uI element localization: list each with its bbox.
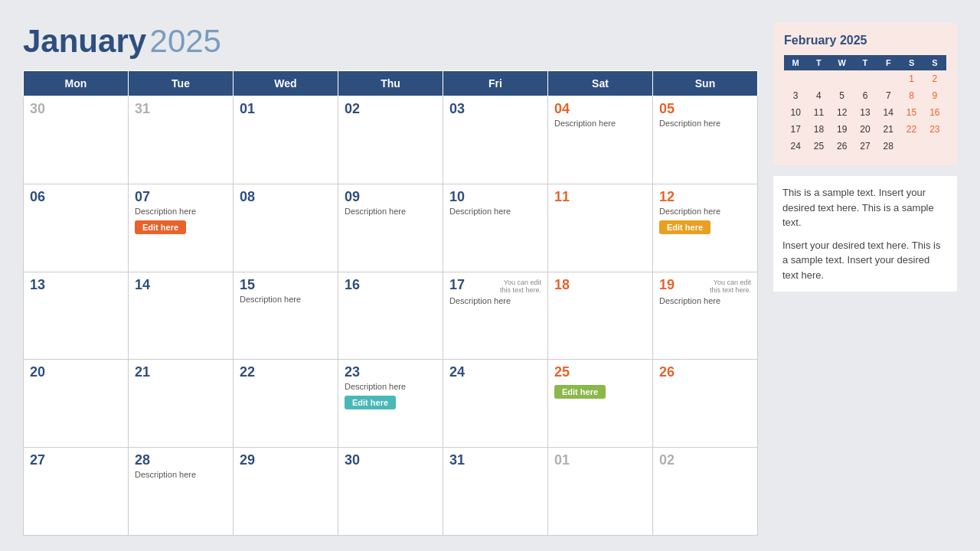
calendar-day-cell: 25Edit here [548, 360, 653, 448]
calendar-day-cell: 17You can edit this text here.Descriptio… [443, 272, 548, 360]
edit-button[interactable]: Edit here [554, 385, 606, 399]
day-description: Description here [554, 119, 646, 128]
calendar-day-cell: 01 [234, 96, 338, 184]
day-number: 15 [240, 277, 255, 293]
calendar-day-cell: 20 [24, 360, 129, 448]
mini-cal-day: 28 [877, 138, 900, 155]
mini-cal-day: 12 [831, 104, 854, 121]
day-number: 18 [554, 277, 570, 293]
calendar-day-cell: 16 [338, 272, 443, 360]
mini-cal-day [854, 70, 877, 87]
edit-button[interactable]: Edit here [135, 220, 186, 234]
day-number: 14 [135, 277, 150, 293]
mini-cal-day: 1 [900, 70, 923, 87]
mini-cal-day: 15 [900, 104, 923, 121]
mini-cal-day: 20 [854, 121, 877, 138]
day-number: 27 [30, 452, 45, 468]
mini-cal-day: 3 [784, 87, 807, 104]
year-label: 2025 [150, 23, 221, 59]
mini-cal-day: 13 [854, 104, 877, 121]
day-number: 16 [345, 277, 360, 293]
day-description: Description here [240, 295, 332, 304]
day-description: Description here [449, 207, 541, 216]
mini-cal-day: 6 [854, 87, 877, 104]
day-description: Description here [135, 207, 227, 216]
mini-cal-day: 23 [923, 121, 946, 138]
day-description: Description here [135, 470, 227, 479]
calendar-header-row: MonTueWedThuFriSatSun [24, 71, 758, 96]
day-number: 25 [554, 364, 570, 380]
calendar-day-cell: 30 [338, 448, 443, 536]
calendar-day-cell: 22 [234, 360, 338, 448]
page-title: January 2025 [23, 23, 758, 60]
mini-cal-day: 25 [807, 138, 830, 155]
day-number: 12 [659, 189, 675, 205]
calendar-day-cell: 03 [443, 96, 548, 184]
mini-cal-day [831, 70, 854, 87]
mini-cal-day: 21 [877, 121, 900, 138]
mini-cal-day: 18 [807, 121, 830, 138]
mini-cal-body: 1234567891011121314151617181920212223242… [784, 70, 946, 155]
mini-cal-header-cell: W [831, 55, 854, 70]
mini-cal-day: 26 [831, 138, 854, 155]
mini-cal-day: 27 [854, 138, 877, 155]
mini-cal-header: MTWTFSS [784, 55, 946, 70]
calendar-day-cell: 01 [548, 448, 653, 536]
day-description: Description here [449, 296, 541, 305]
day-number: 07 [135, 189, 150, 205]
day-description: Description here [659, 207, 751, 216]
mini-cal-header-cell: T [854, 55, 877, 70]
calendar-day-cell: 13 [24, 272, 129, 360]
calendar-day-cell: 23Description hereEdit here [338, 360, 443, 448]
calendar-day-cell: 02 [338, 96, 443, 184]
mini-cal-day [877, 70, 900, 87]
calendar-body: 303101020304Description here05Descriptio… [24, 96, 758, 536]
mini-cal-header-cell: F [877, 55, 900, 70]
day-note: You can edit this text here. [709, 279, 751, 295]
day-number: 17 [449, 277, 465, 293]
day-description: Description here [345, 382, 436, 391]
day-number: 24 [449, 364, 465, 380]
calendar-header-cell: Wed [234, 71, 338, 96]
day-number: 20 [30, 364, 45, 380]
calendar-day-cell: 21 [129, 360, 234, 448]
day-number: 21 [135, 364, 150, 380]
calendar-day-cell: 15Description here [234, 272, 338, 360]
mini-cal-header-cell: S [900, 55, 923, 70]
calendar-table: MonTueWedThuFriSatSun 303101020304Descri… [23, 70, 758, 536]
calendar-day-cell: 11 [548, 184, 653, 272]
day-number: 04 [554, 101, 570, 117]
day-number: 29 [240, 452, 255, 468]
day-number: 31 [135, 101, 150, 117]
edit-button[interactable]: Edit here [659, 220, 710, 234]
calendar-day-cell: 05Description here [653, 96, 758, 184]
day-number: 09 [345, 189, 360, 205]
mini-cal-day: 16 [923, 104, 946, 121]
edit-button[interactable]: Edit here [345, 396, 396, 409]
mini-cal-day: 9 [923, 87, 946, 104]
day-number: 02 [659, 452, 675, 468]
calendar-day-cell: 19You can edit this text here.Descriptio… [653, 272, 758, 360]
mini-cal-day: 19 [831, 121, 854, 138]
calendar-day-cell: 30 [24, 96, 129, 184]
mini-cal-day [807, 70, 830, 87]
calendar-header-cell: Tue [129, 71, 234, 96]
calendar-week-row: 2728Description here2930310102 [24, 448, 758, 536]
calendar-day-cell: 06 [24, 184, 129, 272]
day-number: 30 [30, 101, 45, 117]
day-number: 01 [240, 101, 255, 117]
calendar-day-cell: 31 [129, 96, 234, 184]
calendar-day-cell: 18 [548, 272, 653, 360]
mini-cal-day [784, 70, 807, 87]
day-number: 11 [554, 189, 570, 205]
text-block-2: Insert your desired text here. This is a… [782, 238, 948, 283]
calendar-day-cell: 28Description here [129, 448, 234, 536]
day-number: 31 [449, 452, 465, 468]
text-block: This is a sample text. Insert your desir… [773, 176, 957, 292]
right-section: February 2025 MTWTFSS 123456789101112131… [773, 23, 957, 536]
day-number: 01 [554, 452, 570, 468]
calendar-day-cell: 07Description hereEdit here [129, 184, 234, 272]
calendar-day-cell: 12Description hereEdit here [653, 184, 758, 272]
mini-cal-day: 17 [784, 121, 807, 138]
day-description: Description here [659, 296, 751, 305]
